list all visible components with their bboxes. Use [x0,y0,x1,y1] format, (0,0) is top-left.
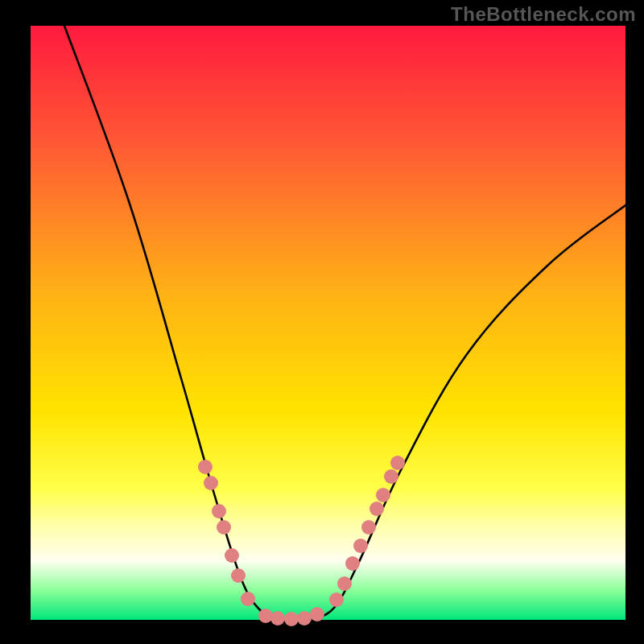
data-marker [204,476,218,490]
data-marker [390,456,405,470]
chart-frame: TheBottleneck.com [0,0,644,644]
data-marker [337,576,352,591]
data-marker [217,520,231,535]
data-marker [284,612,299,626]
data-marker [345,556,360,571]
data-marker [376,488,390,502]
data-marker [310,607,324,621]
data-marker [198,460,213,474]
data-marker [384,469,398,484]
data-marker [258,609,273,623]
data-marker [270,611,285,625]
data-marker [225,548,239,563]
data-marker [353,539,368,553]
data-marker [369,502,384,516]
data-marker [297,611,312,625]
data-marker [231,568,246,583]
data-marker [329,592,344,607]
data-marker [241,592,255,606]
data-marker [361,520,376,535]
watermark-text: TheBottleneck.com [451,3,636,26]
data-marker [212,504,226,518]
bottleneck-chart [0,0,644,644]
plot-background [31,26,625,620]
